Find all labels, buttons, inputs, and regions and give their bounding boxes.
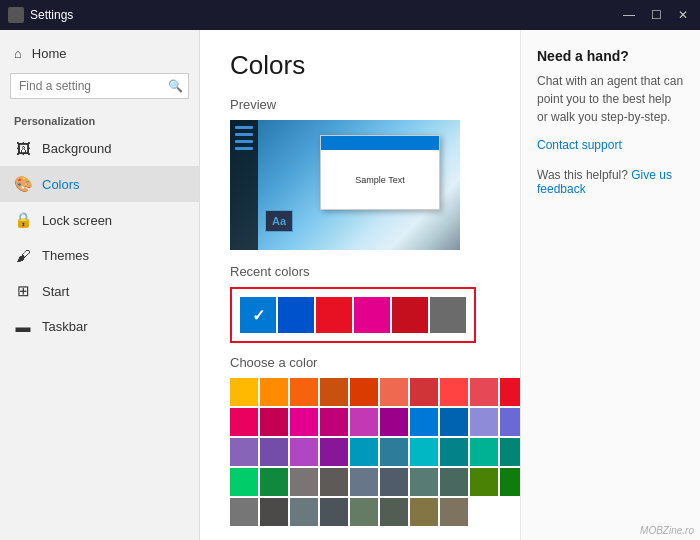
color-grid-swatch[interactable] (350, 378, 378, 406)
search-box: 🔍 (10, 73, 189, 99)
color-grid-swatch[interactable] (440, 378, 468, 406)
color-grid-swatch[interactable] (320, 408, 348, 436)
sidebar-item-themes-label: Themes (42, 248, 89, 263)
recent-color-swatch[interactable] (354, 297, 390, 333)
preview-background: Sample Text Aa (230, 120, 460, 250)
color-grid-swatch[interactable] (380, 468, 408, 496)
sidebar-item-lock-screen[interactable]: 🔒 Lock screen (0, 202, 199, 238)
color-grid-swatch[interactable] (230, 408, 258, 436)
search-input[interactable] (10, 73, 189, 99)
home-icon: ⌂ (14, 46, 22, 61)
sidebar-item-start-label: Start (42, 284, 69, 299)
preview-taskbar (230, 120, 258, 250)
color-grid-swatch[interactable] (500, 378, 520, 406)
section-label: Personalization (0, 109, 199, 131)
sidebar-item-start[interactable]: ⊞ Start (0, 273, 199, 309)
maximize-button[interactable]: ☐ (647, 8, 666, 22)
color-grid-swatch[interactable] (410, 498, 438, 526)
search-icon: 🔍 (168, 79, 183, 93)
color-grid-swatch[interactable] (320, 468, 348, 496)
color-grid-swatch[interactable] (320, 438, 348, 466)
preview-container: Sample Text Aa (230, 120, 460, 250)
recent-color-swatch[interactable] (278, 297, 314, 333)
color-grid-swatch[interactable] (230, 378, 258, 406)
color-grid-swatch[interactable] (380, 408, 408, 436)
sidebar-item-taskbar-label: Taskbar (42, 319, 88, 334)
color-grid-swatch[interactable] (440, 468, 468, 496)
close-button[interactable]: ✕ (674, 8, 692, 22)
color-grid-swatch[interactable] (380, 438, 408, 466)
color-grid-swatch[interactable] (350, 468, 378, 496)
titlebar: Settings — ☐ ✕ (0, 0, 700, 30)
main-content: Colors Preview Sample Text Aa (200, 30, 520, 540)
color-grid-swatch[interactable] (440, 408, 468, 436)
sidebar-item-colors[interactable]: 🎨 Colors (0, 166, 199, 202)
color-grid-swatch[interactable] (230, 438, 258, 466)
recent-color-swatch[interactable] (316, 297, 352, 333)
preview-window-titlebar (321, 136, 439, 150)
color-grid-swatch[interactable] (410, 408, 438, 436)
sidebar-item-home[interactable]: ⌂ Home (0, 38, 199, 69)
color-grid-swatch[interactable] (500, 438, 520, 466)
color-grid-swatch[interactable] (380, 498, 408, 526)
minimize-button[interactable]: — (619, 8, 639, 22)
preview-taskbar-item (235, 147, 253, 150)
helpful-text: Was this helpful? (537, 168, 628, 182)
recent-colors-box (230, 287, 476, 343)
sidebar-item-background[interactable]: 🖼 Background (0, 131, 199, 166)
color-grid-swatch[interactable] (470, 438, 498, 466)
color-grid-swatch[interactable] (260, 438, 288, 466)
color-grid-swatch[interactable] (470, 468, 498, 496)
color-grid-swatch[interactable] (260, 378, 288, 406)
recent-color-swatch[interactable] (430, 297, 466, 333)
color-grid-swatch[interactable] (410, 438, 438, 466)
preview-sample-text: Sample Text (355, 175, 404, 185)
color-grid-swatch[interactable] (260, 468, 288, 496)
color-grid-swatch[interactable] (290, 378, 318, 406)
color-grid-swatch[interactable] (290, 498, 318, 526)
color-grid-swatch[interactable] (380, 378, 408, 406)
color-grid-swatch[interactable] (500, 468, 520, 496)
recent-color-swatch[interactable] (392, 297, 428, 333)
color-grid-swatch[interactable] (290, 468, 318, 496)
preview-aa: Aa (265, 210, 293, 232)
color-grid (230, 378, 490, 526)
helpful-row: Was this helpful? Give us feedback (537, 168, 684, 196)
sidebar-item-lock-label: Lock screen (42, 213, 112, 228)
color-grid-swatch[interactable] (320, 498, 348, 526)
color-grid-swatch[interactable] (350, 408, 378, 436)
sidebar-item-taskbar[interactable]: ▬ Taskbar (0, 309, 199, 344)
right-panel-title: Need a hand? (537, 48, 684, 64)
sidebar-item-themes[interactable]: 🖌 Themes (0, 238, 199, 273)
color-grid-swatch[interactable] (410, 468, 438, 496)
sidebar-item-colors-label: Colors (42, 177, 80, 192)
page-title: Colors (230, 50, 490, 81)
color-grid-swatch[interactable] (470, 378, 498, 406)
right-panel: Need a hand? Chat with an agent that can… (520, 30, 700, 540)
color-grid-swatch[interactable] (260, 408, 288, 436)
preview-window: Sample Text (320, 135, 440, 210)
recent-color-swatch[interactable] (240, 297, 276, 333)
color-grid-swatch[interactable] (350, 438, 378, 466)
taskbar-icon: ▬ (14, 318, 32, 335)
color-grid-swatch[interactable] (290, 438, 318, 466)
recent-colors-label: Recent colors (230, 264, 490, 279)
color-grid-swatch[interactable] (410, 378, 438, 406)
preview-taskbar-item (235, 140, 253, 143)
themes-icon: 🖌 (14, 247, 32, 264)
color-grid-swatch[interactable] (440, 498, 468, 526)
color-grid-swatch[interactable] (470, 408, 498, 436)
sidebar-item-background-label: Background (42, 141, 111, 156)
sidebar: ⌂ Home 🔍 Personalization 🖼 Background 🎨 … (0, 30, 200, 540)
color-grid-swatch[interactable] (350, 498, 378, 526)
color-grid-swatch[interactable] (440, 438, 468, 466)
color-grid-swatch[interactable] (500, 408, 520, 436)
color-grid-swatch[interactable] (320, 378, 348, 406)
color-grid-swatch[interactable] (230, 468, 258, 496)
preview-label: Preview (230, 97, 490, 112)
contact-support-link[interactable]: Contact support (537, 138, 684, 152)
color-grid-swatch[interactable] (230, 498, 258, 526)
color-grid-swatch[interactable] (290, 408, 318, 436)
watermark: MOBZine.ro (640, 525, 694, 536)
color-grid-swatch[interactable] (260, 498, 288, 526)
